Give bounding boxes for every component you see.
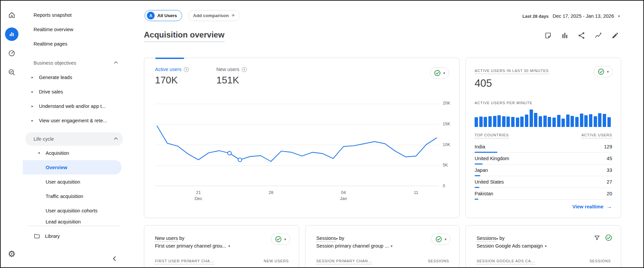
metric-active-users: Active users ? 170K: [155, 67, 189, 86]
card-actions: [594, 234, 612, 241]
column-header: NEW USERS: [264, 259, 289, 264]
sessions-by-google-ads-card: Sessions▾ by Session Google Ads campaign…: [466, 225, 621, 268]
x-axis-label: 11: [414, 190, 418, 196]
metric-selector[interactable]: Sessions: [316, 236, 336, 242]
insights-icon[interactable]: [594, 31, 602, 40]
sidebar-item-label: Reports snapshot: [34, 12, 72, 18]
sidebar-item-view-engagement[interactable]: ▸View user engagement & rete...: [23, 113, 125, 128]
chevron-down-icon: ▾: [284, 237, 286, 242]
per-minute-bar-chart: [475, 109, 611, 127]
per-minute-bar: [603, 114, 606, 127]
y-axis-label: 5K: [443, 163, 448, 168]
section-life-cycle[interactable]: Life cycle: [25, 132, 123, 146]
all-users-chip-label: All Users: [157, 13, 177, 18]
edit-pencil-icon[interactable]: [611, 31, 619, 40]
advertising-icon[interactable]: [4, 65, 19, 80]
x-axis-label: 28: [269, 190, 273, 196]
main-content: A All Users Add comparison + Last 28 day…: [125, 1, 643, 267]
column-header: SESSION GOOGLE ADS CA...: [477, 259, 535, 264]
sidebar-item-drive-sales[interactable]: ▸Drive sales: [23, 84, 125, 99]
active-users-metric-toggle[interactable]: Active users ?: [155, 67, 189, 72]
country-name: India: [475, 144, 485, 149]
country-value: 129: [604, 144, 612, 149]
dimension-selector[interactable]: First user primary channel grou... ▾: [155, 243, 230, 249]
explore-icon[interactable]: [4, 46, 19, 61]
chevron-down-icon: ▾: [391, 244, 392, 248]
expand-arrow-icon: ▸: [32, 75, 33, 79]
title-rest: by: [499, 236, 504, 241]
data-quality-dropdown[interactable]: ▾: [594, 66, 613, 77]
data-quality-dropdown[interactable]: ▾: [431, 233, 450, 245]
per-minute-bar: [580, 114, 583, 127]
check-circle-icon: [598, 68, 604, 75]
sidebar-item-label: Realtime overview: [34, 27, 73, 32]
metric-selector[interactable]: New users: [155, 236, 178, 242]
active-users-30min-value: 405: [475, 77, 492, 89]
home-icon[interactable]: [4, 8, 19, 22]
country-name: United Kingdom: [475, 156, 509, 161]
view-realtime-link[interactable]: View realtime →: [573, 203, 612, 210]
collapse-sidebar-button[interactable]: [23, 250, 125, 267]
countries-table-header: TOP COUNTRIES ACTIVE USERS: [475, 133, 612, 138]
dimension-selector[interactable]: Session Google Ads campaign ▾: [477, 243, 547, 249]
sidebar-item-library[interactable]: Library: [23, 229, 125, 243]
metric-selector[interactable]: Sessions: [477, 236, 496, 242]
collapse-arrow-icon: ▾: [38, 151, 40, 155]
arrow-right-icon: →: [606, 203, 612, 210]
dimension-selector[interactable]: Session primary channel group ... ▾: [316, 243, 392, 249]
sidebar-item-user-acquisition[interactable]: User acquisition: [23, 175, 125, 189]
per-minute-bar: [571, 116, 574, 127]
table-row: United Kingdom 45: [475, 153, 612, 164]
sidebar-item-overview-selected[interactable]: Overview: [23, 160, 121, 175]
check-circle-icon[interactable]: [605, 234, 612, 241]
chevron-down-icon: ▾: [443, 71, 445, 75]
reports-icon[interactable]: [4, 27, 19, 42]
settings-gear-icon[interactable]: ⚙: [4, 247, 19, 261]
sidebar-item-realtime-overview[interactable]: Realtime overview: [23, 22, 125, 37]
sidebar-item-lead-acquisition[interactable]: Lead acquisition: [23, 218, 125, 226]
sidebar-item-label: Library: [45, 233, 60, 239]
table-row: Pakistan 20: [475, 188, 612, 200]
note-icon[interactable]: [544, 31, 552, 40]
sidebar-item-reports-snapshot[interactable]: Reports snapshot: [23, 8, 125, 22]
per-minute-bar: [561, 119, 565, 127]
metric-label: New users: [216, 67, 239, 72]
sidebar-item-label: Traffic acquisition: [46, 194, 83, 199]
data-quality-dropdown[interactable]: ▾: [271, 233, 290, 245]
country-value: 33: [607, 168, 612, 173]
users-over-time-card: Active users ? 170K New users ? 151K ▾ 2…: [144, 58, 460, 218]
new-users-metric-toggle[interactable]: New users ?: [216, 67, 247, 72]
column-header: FIRST USER PRIMARY CHA...: [155, 259, 214, 264]
filter-funnel-icon[interactable]: [594, 234, 600, 241]
date-range-picker[interactable]: Last 28 days Dec 17, 2025 - Jan 13, 2026…: [522, 13, 620, 19]
card-title: New users by: [155, 236, 184, 241]
add-comparison-chip[interactable]: Add comparison +: [188, 10, 240, 21]
sidebar-item-user-acquisition-cohorts[interactable]: User acquisition cohorts: [23, 203, 125, 218]
y-axis-label: 15K: [443, 122, 450, 126]
sidebar-item-realtime-pages[interactable]: Realtime pages: [23, 37, 125, 51]
country-name: Pakistan: [475, 191, 493, 196]
all-users-chip[interactable]: A All Users: [145, 10, 182, 21]
share-icon[interactable]: [578, 31, 586, 40]
realtime-title: ACTIVE USERS IN LAST 30 MINUTES: [475, 69, 549, 74]
per-minute-bar: [539, 116, 542, 127]
sidebar-item-generate-leads[interactable]: ▸Generate leads: [23, 70, 125, 84]
section-business-objectives[interactable]: Business objectives: [23, 56, 125, 70]
column-header: SESSIONS: [590, 259, 611, 264]
help-icon[interactable]: ?: [184, 67, 189, 72]
sidebar-item-traffic-acquisition[interactable]: Traffic acquisition: [23, 189, 125, 203]
data-quality-dropdown[interactable]: ▾: [430, 67, 449, 79]
folder-icon: [34, 233, 40, 240]
date-preset-label: Last 28 days: [522, 14, 548, 19]
comparisons-bars-icon[interactable]: [561, 31, 569, 40]
x-axis-label: 21Dec: [195, 190, 202, 201]
sidebar-divider: [28, 226, 121, 226]
per-minute-bar: [525, 115, 528, 127]
table-row: India 129: [475, 141, 612, 153]
sidebar-item-acquisition[interactable]: ▾Acquisition: [23, 146, 125, 160]
sidebar-item-understand-web-app[interactable]: ▸Understand web and/or app t...: [23, 99, 125, 113]
help-icon[interactable]: ?: [242, 67, 247, 72]
dimension-label: Session primary channel group ...: [316, 243, 389, 249]
per-minute-bar: [589, 114, 592, 127]
y-axis-label: 0: [443, 184, 445, 188]
